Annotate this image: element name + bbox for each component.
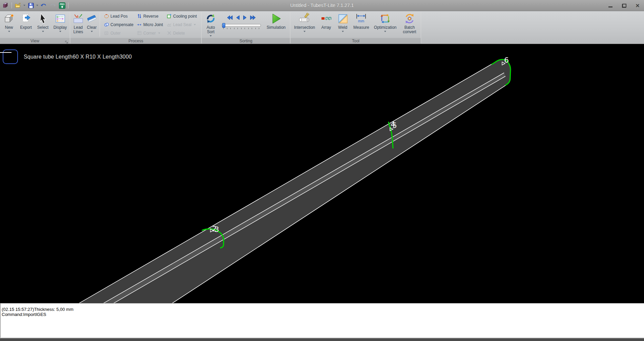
step-forward-button[interactable] [243,15,247,20]
lead-seal-icon [167,22,172,27]
undo-button[interactable] [40,1,48,9]
save-dropdown-caret[interactable] [36,5,38,6]
fast-forward-icon [250,15,256,20]
export-button[interactable]: Export [18,11,34,38]
step-first-button[interactable] [227,15,233,20]
minimize-icon [608,6,612,7]
step-forward-icon [243,15,247,20]
clear-dropdown-caret[interactable] [91,31,93,32]
select-button[interactable]: Select [35,11,51,38]
redo-icon [49,3,56,8]
slider-thumb[interactable] [222,23,225,28]
lead-pos-icon [104,14,109,19]
redo-button[interactable] [49,1,57,9]
auto-sort-button[interactable]: Auto Sort [203,11,219,38]
marker-label-5: 5 [392,122,397,130]
minimize-button[interactable] [606,2,615,9]
part-description-label: Square tube Length60 X R10 X Length3000 [24,54,132,60]
restore-icon [622,4,626,7]
marker-label-3: 3 [214,226,219,234]
outer-button[interactable]: Outer [103,29,136,37]
lead-pos-button[interactable]: Lead Pos [103,12,136,20]
intersection-caret[interactable] [304,31,306,32]
lead-seal-button[interactable]: Lead Seal [166,20,201,29]
command-status-bar: (02.15 15:57:27)Thickness: 5,00 mm Comma… [0,303,644,338]
weld-button[interactable]: Weld [335,11,350,38]
compensate-button[interactable]: Compensate [103,20,136,29]
delete-x-icon [167,30,172,36]
compensate-icon [104,22,109,27]
simulation-button[interactable]: Simulation [264,11,289,38]
save-floppy-icon [28,3,34,8]
app-logo-icon[interactable] [1,1,9,9]
measure-icon: mm [355,13,367,24]
optimization-button[interactable]: Optimization [372,11,398,38]
lead-seal-caret[interactable] [194,24,196,25]
reverse-button[interactable]: Reverse [136,12,166,20]
tube-scene[interactable]: 2 3 4 5 6 [0,44,644,303]
group-label-tool: Tool [352,39,359,43]
optimization-caret[interactable] [384,31,386,32]
intersection-button[interactable]: Intersection [292,11,317,38]
auto-sort-recycle-icon [205,13,216,24]
simulation-progress-slider[interactable] [222,24,261,27]
title-bar: PRO Untitled - TubesT-Lite 7.1.27.1 ✕ [0,0,644,11]
lead-lines-icon [72,13,84,24]
close-icon: ✕ [636,3,640,8]
tube-profile-badge[interactable] [3,49,18,64]
qat-separator [68,2,68,8]
corner-caret[interactable] [158,33,160,34]
select-dropdown-caret[interactable] [42,31,44,32]
corner-button[interactable]: Corner [136,29,166,37]
ribbon-group-view: New Export [0,11,70,44]
application-window: PRO Untitled - TubesT-Lite 7.1.27.1 ✕ [0,0,644,341]
ribbon-group-sorting: Auto Sort [202,11,290,44]
weld-caret[interactable] [342,31,344,32]
pro-upgrade-button[interactable]: PRO [58,1,66,9]
array-icon [320,13,332,24]
new-dropdown-caret[interactable] [8,31,10,32]
ribbon: New Export [0,11,644,44]
reverse-arrows-icon [137,14,142,19]
lead-lines-button[interactable]: Lead Lines [71,11,85,38]
square-tube-model[interactable] [76,59,511,303]
new-cube-icon [3,13,15,24]
rewind-icon [227,15,233,20]
auto-sort-caret[interactable] [210,35,212,37]
open-file-button[interactable] [14,1,22,9]
restore-button[interactable] [620,2,628,9]
svg-text:PRO: PRO [60,3,64,5]
cooling-point-button[interactable]: Cooling point [166,12,201,20]
weld-icon [337,13,349,24]
step-back-button[interactable] [236,15,240,20]
open-dropdown-caret[interactable] [23,5,25,6]
display-dropdown-caret[interactable] [59,31,61,32]
delete-button[interactable]: Delete [166,29,201,37]
intra-group-divider [100,13,100,37]
batch-convert-icon [404,13,415,24]
ribbon-group-process: Lead Lines Clear [70,11,201,44]
group-label-view: View [30,39,39,43]
window-title: Untitled - TubesT-Lite 7.1.27.1 [0,3,644,8]
quick-access-toolbar: PRO [0,0,69,11]
display-options-icon [55,13,66,24]
eraser-icon [86,13,98,24]
batch-convert-button[interactable]: Batch convert [400,11,419,38]
group-separator [421,12,421,43]
group-separator [201,12,202,43]
viewport-3d[interactable]: 2 3 4 5 6 Square tube Length60 X R10 X L… [0,44,644,303]
array-button[interactable]: Array [319,11,334,38]
close-button[interactable]: ✕ [633,2,642,9]
new-button[interactable]: New [1,11,17,38]
cursor-arrow-icon [37,13,49,24]
save-button[interactable] [27,1,35,9]
group-separator [70,12,70,43]
micro-joint-icon [137,22,142,27]
measure-button[interactable]: mm Measure [352,11,371,38]
undo-icon [40,3,47,8]
group-label-process: Process [128,39,143,43]
micro-joint-button[interactable]: Micro Joint [136,20,166,29]
clear-button[interactable]: Clear [85,11,98,38]
step-last-button[interactable] [250,15,256,20]
display-button[interactable]: Display [52,11,69,38]
